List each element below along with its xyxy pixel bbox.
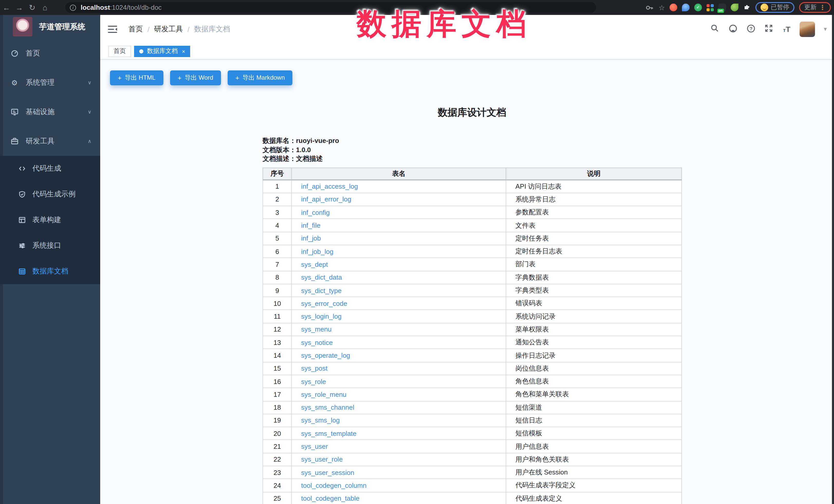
table-desc: 字典类型表 bbox=[506, 284, 682, 297]
sidebar-item-home[interactable]: 首页 bbox=[0, 39, 100, 68]
row-number: 24 bbox=[263, 479, 292, 492]
row-number: 5 bbox=[263, 232, 292, 245]
tag-home[interactable]: 首页 bbox=[108, 45, 131, 57]
paused-label: 已暂停 bbox=[771, 3, 789, 12]
breadcrumb: 首页 / 研发工具 / 数据库文档 bbox=[129, 24, 230, 34]
profile-avatar-emoji bbox=[761, 4, 768, 11]
extension-icon[interactable] bbox=[682, 4, 689, 11]
browser-update-chip[interactable]: 更新 ⋮ bbox=[799, 2, 831, 13]
table-name-link[interactable]: inf_config bbox=[301, 209, 330, 216]
sidebar: 芋道管理系统 首页 ⚙ 系统管理 ∨ 基础 bbox=[0, 15, 100, 504]
table-name-link[interactable]: sys_login_log bbox=[301, 312, 342, 320]
browser-menu-icon[interactable]: ⋮ bbox=[819, 4, 826, 11]
table-name-link[interactable]: sys_user_session bbox=[301, 468, 354, 476]
table-name-link[interactable]: inf_file bbox=[301, 222, 321, 229]
user-menu-caret-icon[interactable]: ▼ bbox=[823, 26, 828, 32]
row-number: 4 bbox=[263, 219, 292, 232]
fullscreen-icon[interactable] bbox=[764, 24, 774, 34]
table-desc: 角色和菜单关联表 bbox=[506, 388, 682, 401]
sidebar-item-db-doc[interactable]: 数据库文档 bbox=[0, 259, 100, 284]
table-name-link[interactable]: inf_api_error_log bbox=[301, 196, 351, 203]
back-icon[interactable]: ← bbox=[0, 0, 13, 15]
breadcrumb-home[interactable]: 首页 bbox=[129, 24, 143, 34]
svg-text:?: ? bbox=[749, 26, 752, 31]
table-name-link[interactable]: sys_user_role bbox=[301, 456, 343, 463]
export-markdown-button[interactable]: + 导出 Markdown bbox=[228, 70, 293, 85]
close-tag-icon[interactable]: × bbox=[182, 48, 185, 54]
github-icon[interactable] bbox=[728, 24, 738, 34]
home-icon[interactable]: ⌂ bbox=[39, 0, 51, 15]
table-name-link[interactable]: inf_job bbox=[301, 235, 321, 242]
sidebar-item-system[interactable]: ⚙ 系统管理 ∨ bbox=[0, 68, 100, 97]
table-name-link[interactable]: inf_api_access_log bbox=[301, 183, 358, 191]
table-name-link[interactable]: sys_sms_channel bbox=[301, 403, 354, 411]
breadcrumb-tools[interactable]: 研发工具 bbox=[154, 24, 183, 34]
table-name-link[interactable]: sys_dept bbox=[301, 261, 328, 268]
user-avatar[interactable] bbox=[799, 21, 815, 37]
extension-icon[interactable]: ✓ bbox=[694, 4, 702, 11]
app-logo[interactable]: 芋道管理系统 bbox=[0, 15, 100, 39]
reload-icon[interactable]: ↻ bbox=[26, 0, 39, 15]
forward-icon[interactable]: → bbox=[13, 0, 26, 15]
tables-index-table: 序号 表名 说明 1 inf_api_access_log API 访问日志表 bbox=[263, 167, 682, 504]
table-desc: 用户在线 Session bbox=[506, 466, 682, 479]
key-icon[interactable] bbox=[646, 3, 654, 12]
extensions-puzzle-icon[interactable] bbox=[743, 4, 751, 11]
font-size-icon[interactable]: тT bbox=[782, 25, 792, 34]
table-desc: 文件表 bbox=[506, 219, 682, 232]
table-name-link[interactable]: sys_menu bbox=[301, 326, 332, 333]
table-desc: 角色信息表 bbox=[506, 375, 682, 388]
table-row: 16 sys_role 角色信息表 bbox=[263, 375, 682, 388]
bookmark-star-icon[interactable]: ☆ bbox=[659, 3, 665, 12]
sidebar-item-infra[interactable]: 基础设施 ∨ bbox=[0, 97, 100, 127]
sidebar-item-api[interactable]: 系统接口 bbox=[0, 233, 100, 259]
meta-db-name: 数据库名：ruoyi-vue-pro bbox=[263, 136, 681, 145]
form-table-icon bbox=[18, 216, 26, 224]
sliders-icon bbox=[18, 242, 26, 249]
extension-icon[interactable] bbox=[731, 4, 739, 11]
row-number: 6 bbox=[263, 245, 292, 258]
table-desc: 系统异常日志 bbox=[506, 193, 682, 206]
browser-extensions-area: ☆ ✓ on 已暂停 更新 ⋮ bbox=[646, 0, 831, 15]
table-name-link[interactable]: sys_notice bbox=[301, 338, 333, 346]
export-word-button[interactable]: + 导出 Word bbox=[170, 70, 221, 85]
sidebar-item-codegen-demo[interactable]: 代码生成示例 bbox=[0, 181, 100, 207]
help-icon[interactable]: ? bbox=[746, 24, 756, 34]
sidebar-item-form-builder[interactable]: 表单构建 bbox=[0, 207, 100, 233]
table-name-link[interactable]: sys_dict_data bbox=[301, 273, 342, 281]
table-name-link[interactable]: sys_operate_log bbox=[301, 352, 350, 359]
table-name-link[interactable]: sys_sms_template bbox=[301, 430, 356, 437]
table-name-link[interactable]: tool_codegen_table bbox=[301, 495, 359, 502]
site-info-icon[interactable]: i bbox=[70, 4, 76, 10]
table-name-link[interactable]: tool_codegen_column bbox=[301, 482, 366, 489]
page-scrollbar[interactable] bbox=[832, 15, 834, 504]
shield-check-icon bbox=[18, 191, 26, 198]
meta-doc-version: 文档版本：1.0.0 bbox=[263, 145, 681, 154]
tag-db-doc[interactable]: 数据库文档 × bbox=[134, 45, 190, 57]
extension-icon[interactable] bbox=[670, 4, 677, 11]
table-name-link[interactable]: inf_job_log bbox=[301, 247, 333, 255]
table-name-link[interactable]: sys_error_code bbox=[301, 300, 347, 307]
table-row: 7 sys_dept 部门表 bbox=[263, 258, 682, 271]
collapse-sidebar-icon[interactable] bbox=[108, 25, 117, 32]
search-icon[interactable] bbox=[710, 24, 720, 34]
export-html-button[interactable]: + 导出 HTML bbox=[110, 70, 163, 85]
code-icon bbox=[18, 165, 26, 172]
table-name-link[interactable]: sys_post bbox=[301, 365, 328, 372]
row-number: 19 bbox=[263, 414, 292, 427]
table-name-link[interactable]: sys_sms_log bbox=[301, 417, 340, 424]
row-number: 22 bbox=[263, 453, 292, 466]
toolbox-icon bbox=[10, 137, 19, 145]
table-row: 25 tool_codegen_table 代码生成表定义 bbox=[263, 492, 682, 504]
table-name-link[interactable]: sys_role_menu bbox=[301, 391, 346, 398]
profile-paused-chip[interactable]: 已暂停 bbox=[755, 2, 794, 13]
row-number: 17 bbox=[263, 388, 292, 401]
table-name-link[interactable]: sys_user bbox=[301, 443, 328, 450]
table-name-link[interactable]: sys_dict_type bbox=[301, 287, 342, 294]
table-name-link[interactable]: sys_role bbox=[301, 377, 326, 385]
sidebar-item-codegen[interactable]: 代码生成 bbox=[0, 156, 100, 181]
extension-icon[interactable] bbox=[706, 4, 714, 11]
database-table-icon bbox=[18, 267, 26, 275]
extension-icon[interactable]: on bbox=[718, 4, 726, 11]
sidebar-item-devtools[interactable]: 研发工具 ∧ bbox=[0, 127, 100, 156]
